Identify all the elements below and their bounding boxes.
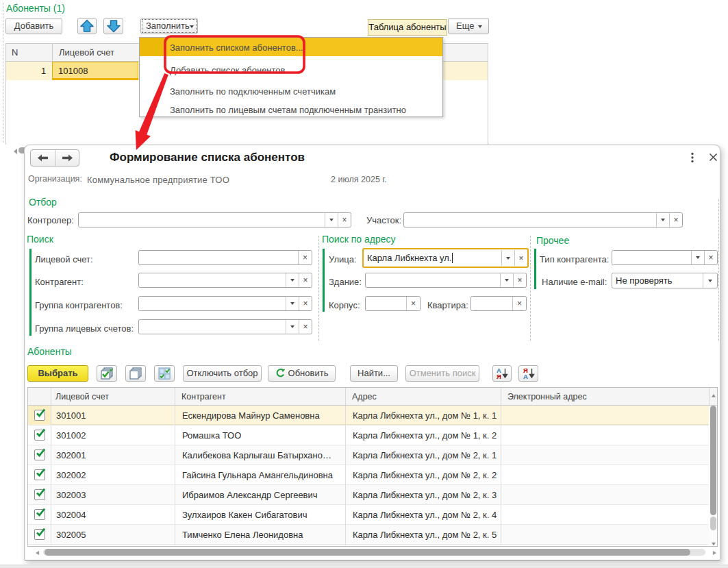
svg-text:Я: Я bbox=[497, 373, 501, 380]
svg-text:А: А bbox=[523, 373, 528, 380]
